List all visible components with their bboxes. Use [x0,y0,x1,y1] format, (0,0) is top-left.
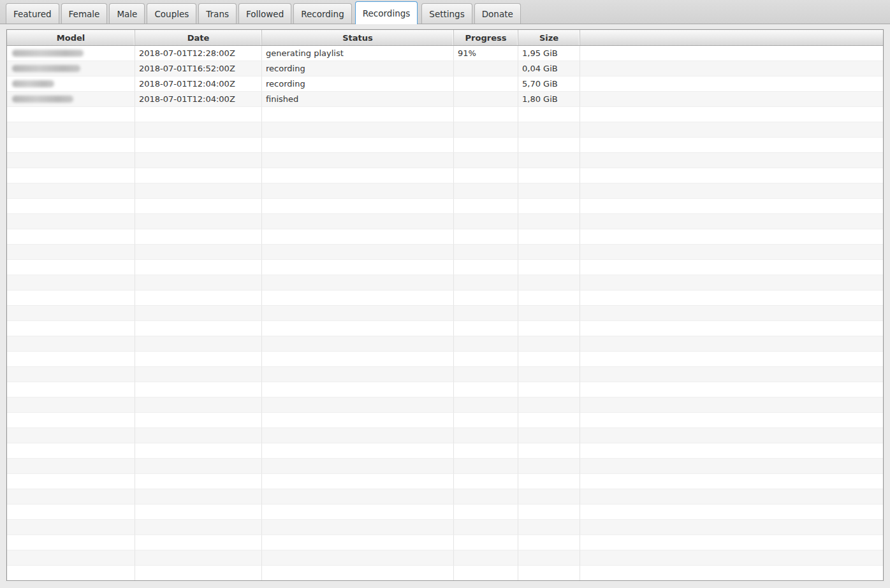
empty-cell [135,107,262,122]
empty-table-row [7,550,883,566]
empty-cell [135,290,262,306]
empty-cell [135,382,262,398]
empty-cell [454,474,518,489]
empty-cell [262,321,454,336]
empty-cell [518,168,580,183]
cell-filler [580,61,883,76]
empty-cell [135,214,262,229]
empty-cell [454,459,518,474]
empty-cell [580,183,883,199]
tab-featured[interactable]: Featured [6,3,59,24]
empty-cell [454,245,518,260]
empty-cell [7,550,135,566]
empty-table-row [7,245,883,260]
column-header-model[interactable]: Model [7,30,135,45]
empty-table-row [7,199,883,214]
recordings-table: ModelDateStatusProgressSize 2018-07-01T1… [6,29,884,581]
empty-cell [580,382,883,398]
empty-cell [518,183,580,199]
empty-cell [135,153,262,168]
empty-cell [262,214,454,229]
empty-cell [518,352,580,367]
cell-model [7,92,135,107]
table-row[interactable]: 2018-07-01T12:28:00Zgenerating playlist9… [7,46,883,61]
empty-cell [262,474,454,489]
table-row[interactable]: 2018-07-01T12:04:00Zfinished1,80 GiB [7,92,883,107]
empty-cell [518,290,580,306]
empty-cell [262,260,454,275]
cell-filler [580,76,883,92]
empty-cell [454,382,518,398]
empty-cell [135,336,262,352]
empty-cell [135,566,262,581]
empty-cell [518,550,580,566]
cell-model [7,46,135,61]
empty-table-row [7,336,883,352]
cell-status: generating playlist [262,46,454,61]
empty-cell [262,199,454,214]
empty-cell [7,199,135,214]
cell-date: 2018-07-01T12:28:00Z [135,46,262,61]
tab-couples[interactable]: Couples [147,3,196,24]
empty-table-row [7,352,883,367]
empty-table-row [7,489,883,505]
empty-cell [518,398,580,413]
tab-settings[interactable]: Settings [421,3,472,24]
column-header-date[interactable]: Date [135,30,262,45]
tab-donate[interactable]: Donate [474,3,521,24]
table-row[interactable]: 2018-07-01T12:04:00Zrecording5,70 GiB [7,76,883,92]
empty-cell [518,260,580,275]
column-header-size[interactable]: Size [518,30,580,45]
column-header-progress[interactable]: Progress [454,30,518,45]
tab-recordings[interactable]: Recordings [355,1,418,24]
empty-table-row [7,306,883,321]
empty-cell [7,107,135,122]
empty-cell [135,474,262,489]
empty-cell [454,413,518,428]
empty-cell [580,550,883,566]
empty-cell [580,566,883,581]
empty-table-row [7,367,883,382]
empty-table-row [7,474,883,489]
tab-male[interactable]: Male [109,3,145,24]
empty-cell [135,260,262,275]
column-header-status[interactable]: Status [262,30,454,45]
empty-table-row [7,459,883,474]
empty-table-row [7,290,883,306]
tab-trans[interactable]: Trans [198,3,237,24]
cell-progress [454,76,518,92]
cell-progress: 91% [454,46,518,61]
empty-table-row [7,520,883,535]
empty-table-row [7,168,883,183]
table-row[interactable]: 2018-07-01T16:52:00Zrecording0,04 GiB [7,61,883,76]
empty-table-row [7,214,883,229]
empty-cell [7,153,135,168]
tab-female[interactable]: Female [61,3,108,24]
empty-cell [135,550,262,566]
empty-cell [580,505,883,520]
empty-cell [7,520,135,535]
empty-cell [262,398,454,413]
empty-cell [262,367,454,382]
tab-recording[interactable]: Recording [293,3,352,24]
empty-cell [454,153,518,168]
empty-cell [454,275,518,290]
empty-cell [7,505,135,520]
empty-cell [135,138,262,153]
empty-cell [454,138,518,153]
empty-cell [135,245,262,260]
empty-cell [518,199,580,214]
empty-cell [518,474,580,489]
empty-cell [518,520,580,535]
cell-size: 5,70 GiB [518,76,580,92]
tab-followed[interactable]: Followed [238,3,291,24]
empty-cell [7,398,135,413]
empty-cell [454,229,518,245]
empty-cell [454,107,518,122]
empty-table-row [7,382,883,398]
empty-cell [580,321,883,336]
empty-cell [454,352,518,367]
empty-cell [454,260,518,275]
empty-table-row [7,260,883,275]
empty-cell [262,168,454,183]
